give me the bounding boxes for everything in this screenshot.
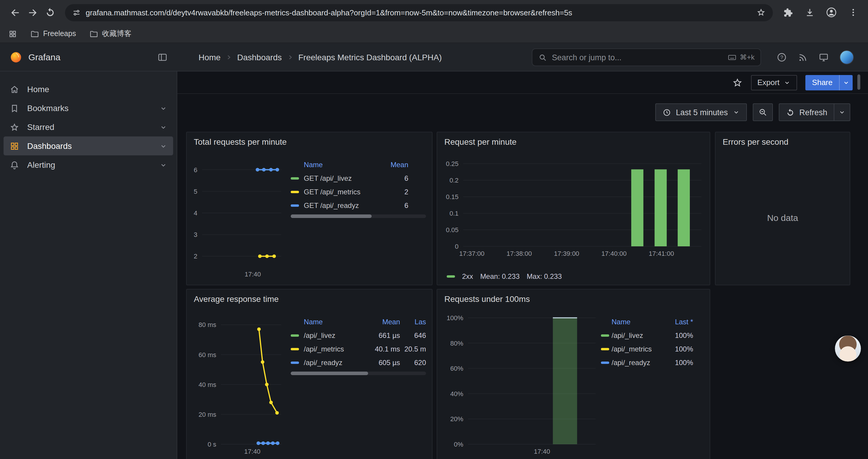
series-marker (291, 348, 299, 350)
extensions-icon[interactable] (779, 4, 797, 21)
time-range-picker[interactable]: Last 5 minutes (655, 103, 747, 121)
svg-text:17:38:00: 17:38:00 (507, 250, 532, 257)
forward-icon (27, 7, 38, 18)
legend-total-requests: NameMeanGET /api/_livez6GET /api/_metric… (286, 150, 432, 285)
series-name[interactable]: /api/_metrics (612, 345, 662, 353)
sidebar-item-alerting[interactable]: Alerting (0, 155, 177, 174)
chart-total-requests[interactable]: 6543217:40 (187, 150, 286, 285)
legend-2xx[interactable]: 2xx Mean: 0.233 Max: 0.233 (437, 268, 710, 285)
sidebar-collapse-icon[interactable] (157, 52, 168, 62)
svg-text:2: 2 (194, 253, 197, 260)
legend-series-row[interactable]: /api/_readyz100% (601, 356, 693, 369)
panel-title[interactable]: Total requests per minute (187, 132, 432, 146)
news-rss-icon[interactable] (798, 52, 808, 62)
refresh-interval-caret[interactable] (834, 104, 850, 121)
export-button[interactable]: Export (751, 75, 797, 90)
sidebar-item-label: Dashboards (27, 141, 72, 151)
sidebar-item-bookmarks[interactable]: Bookmarks (0, 99, 177, 118)
legend-series-row[interactable]: /api/_livez100% (601, 328, 693, 342)
share-caret-button[interactable] (839, 75, 852, 90)
sidebar-item-home[interactable]: Home (0, 80, 177, 99)
legend-scrollbar[interactable] (291, 371, 426, 375)
site-info-icon[interactable] (72, 8, 81, 17)
chart-average-response-time[interactable]: 80 ms60 ms40 ms20 ms0 s17:40 (187, 307, 286, 459)
apps-grid-icon[interactable] (8, 29, 17, 38)
browser-reload-button[interactable] (41, 4, 59, 21)
svg-text:17:40: 17:40 (534, 448, 550, 455)
bookmark-star-icon[interactable] (756, 8, 766, 17)
refresh-button[interactable]: Refresh (779, 104, 834, 121)
brand-name: Grafana (28, 52, 60, 62)
assistant-avatar[interactable] (835, 335, 861, 362)
legend-series-row[interactable]: /api/_livez661 µs646 (291, 328, 426, 342)
breadcrumb-home[interactable]: Home (198, 52, 221, 62)
bookmark-folder-freeleaps[interactable]: Freeleaps (30, 29, 76, 38)
bookmark-label: 收藏博客 (102, 29, 131, 39)
series-marker (291, 191, 299, 193)
series-name[interactable]: /api/_metrics (304, 345, 367, 353)
series-marker (291, 361, 299, 364)
panel-title[interactable]: Requests under 100ms (437, 290, 710, 304)
svg-text:0%: 0% (454, 441, 463, 448)
monitor-icon[interactable] (818, 52, 829, 63)
chevron-down-icon[interactable] (159, 161, 167, 169)
panel-title[interactable]: Errors per second (716, 132, 850, 146)
svg-text:3: 3 (194, 231, 197, 238)
search-input[interactable]: Search or jump to... ⌘+k (532, 48, 761, 66)
series-name[interactable]: /api/_livez (612, 331, 662, 339)
svg-text:17:37:00: 17:37:00 (459, 250, 485, 257)
chart-requests-under-100ms[interactable]: 100%80%60%40%20%0%17:40 (437, 307, 601, 459)
sidebar-item-starred[interactable]: Starred (0, 118, 177, 136)
legend-series-row[interactable]: /api/_metrics100% (601, 342, 693, 356)
series-name[interactable]: GET /api/_livez (304, 174, 385, 182)
legend-series-row[interactable]: GET /api/_metrics2 (291, 185, 408, 198)
panel-request-per-minute: Request per minute 0.250.20.150.10.05017… (437, 132, 710, 285)
dashboards-grid-icon (9, 141, 20, 151)
series-name[interactable]: /api/_readyz (612, 358, 662, 366)
chevron-down-icon[interactable] (159, 104, 167, 112)
legend-series-row[interactable]: /api/_metrics40.1 ms20.5 m (291, 342, 426, 356)
chevron-down-icon[interactable] (159, 123, 167, 131)
bookmark-icon (9, 103, 20, 113)
share-button[interactable]: Share (806, 75, 839, 90)
user-avatar[interactable] (840, 50, 854, 64)
svg-text:17:40: 17:40 (244, 448, 260, 455)
chevron-right-icon (287, 54, 293, 60)
breadcrumb-dashboards[interactable]: Dashboards (237, 52, 282, 62)
grafana-logo[interactable] (9, 51, 23, 64)
help-icon[interactable]: ? (776, 52, 787, 63)
series-name: 2xx (462, 272, 473, 281)
chevron-down-icon[interactable] (159, 142, 167, 150)
breadcrumb-current[interactable]: Freeleaps Metrics Dashboard (ALPHA) (299, 52, 442, 62)
svg-text:40%: 40% (450, 390, 463, 398)
series-name[interactable]: /api/_livez (304, 331, 367, 339)
legend-series-row[interactable]: GET /api/_livez6 (291, 171, 408, 185)
svg-text:17:40: 17:40 (245, 270, 261, 278)
series-name[interactable]: GET /api/_metrics (304, 188, 385, 196)
panel-title[interactable]: Average response time (187, 290, 432, 304)
sidebar-item-dashboards[interactable]: Dashboards (4, 136, 173, 155)
browser-forward-button[interactable] (24, 4, 41, 21)
browser-menu-icon[interactable] (844, 4, 862, 21)
legend-series-row[interactable]: GET /api/_readyz6 (291, 198, 408, 212)
svg-text:60%: 60% (450, 365, 463, 372)
favorite-star-button[interactable] (732, 77, 742, 88)
url-text[interactable]: grafana.mathmast.com/d/deytv4rwavabkb/fr… (86, 8, 756, 17)
series-name[interactable]: /api/_readyz (304, 358, 367, 366)
bookmarks-bar: Freeleaps 收藏博客 (0, 25, 868, 43)
profile-icon[interactable] (823, 4, 840, 21)
zoom-out-button[interactable] (752, 103, 773, 121)
bookmark-folder-blog[interactable]: 收藏博客 (89, 29, 131, 39)
series-name[interactable]: GET /api/_readyz (304, 201, 385, 209)
svg-text:80 ms: 80 ms (198, 321, 216, 328)
chart-request-per-minute[interactable]: 0.250.20.150.10.05017:37:0017:38:0017:39… (437, 150, 710, 268)
downloads-icon[interactable] (801, 4, 818, 21)
browser-back-button[interactable] (6, 4, 24, 21)
legend-scrollbar[interactable] (291, 215, 426, 218)
url-bar[interactable]: grafana.mathmast.com/d/deytv4rwavabkb/fr… (65, 4, 773, 21)
legend-series-row[interactable]: /api/_readyz605 µs620 (291, 356, 426, 369)
panel-title[interactable]: Request per minute (437, 132, 710, 146)
page-scrollbar[interactable] (857, 74, 860, 90)
chevron-right-icon (226, 54, 232, 60)
breadcrumb: Home Dashboards Freeleaps Metrics Dashbo… (198, 52, 442, 62)
